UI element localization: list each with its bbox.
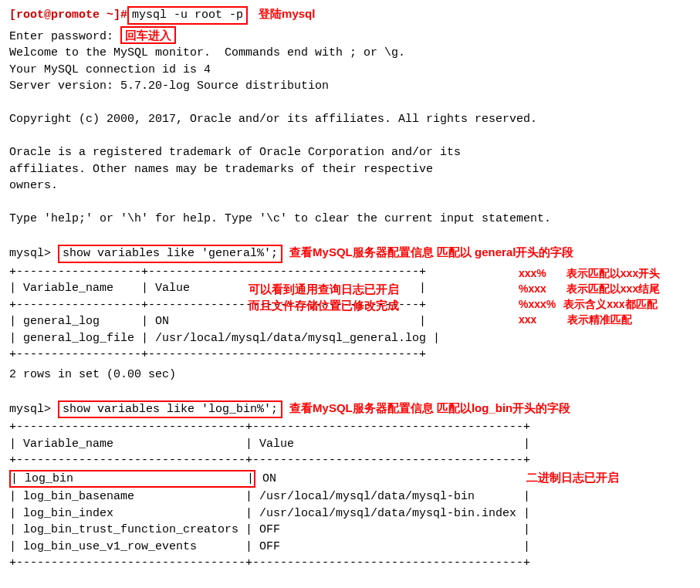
pattern-notes: xxx%表示匹配以xxx开头 %xxx表示匹配以xxx结尾 %xxx%表示含义x…: [519, 266, 660, 329]
welcome-3: Server version: 5.7.20-log Source distri…: [9, 79, 691, 94]
q2-row2: | log_bin_basename | /usr/local/mysql/da…: [9, 489, 691, 505]
cmd1-box: mysql -u root -p: [127, 6, 248, 25]
mysql-prompt-2: mysql>: [9, 403, 51, 416]
copyright: Copyright (c) 2000, 2017, Oracle and/or …: [9, 112, 691, 127]
query1-sql-box: show variables like 'general%';: [58, 245, 282, 263]
welcome-1: Welcome to the MySQL monitor. Commands e…: [9, 46, 691, 61]
pn4b: 表示精准匹配: [567, 313, 632, 326]
line-enter-password: Enter password: 回车进入: [9, 26, 691, 45]
query2-line: mysql> show variables like 'log_bin%'; 查…: [9, 400, 691, 419]
q1-sep-bot: +------------------+--------------------…: [9, 347, 691, 363]
oracle-2: affiliates. Other names may be trademark…: [9, 162, 691, 177]
q2-row4: | log_bin_trust_function_creators | OFF …: [9, 522, 691, 538]
query2-sql: show variables like 'log_bin%';: [63, 403, 278, 416]
q1-detail1: 可以看到通用查询日志已开启: [249, 282, 399, 297]
query2-anno: 查看MySQL服务器配置信息 匹配以log_bin开头的字段: [289, 401, 570, 414]
pn1b: 表示匹配以xxx开头: [566, 267, 660, 279]
cmd1-text: mysql -u root -p: [132, 8, 243, 22]
enter-password-text: Enter password:: [9, 30, 113, 43]
q2-sep-bot: +---------------------------------+-----…: [9, 556, 691, 571]
anno-login: 登陆mysql: [259, 7, 315, 20]
oracle-3: owners.: [9, 178, 691, 194]
q2-row3: | log_bin_index | /usr/local/mysql/data/…: [9, 506, 691, 522]
anno-enter-box: 回车进入: [120, 26, 176, 45]
q2-sep-mid: +---------------------------------+-----…: [9, 453, 691, 468]
pn2b: 表示匹配以xxx结尾: [566, 282, 660, 295]
q1-center-anno: 可以看到通用查询日志已开启 而且文件存储位置已修改完成: [249, 282, 399, 315]
q2-row1-cell2: ON: [255, 472, 526, 485]
help-line: Type 'help;' or '\h' for help. Type '\c'…: [9, 211, 691, 227]
pn3b: 表示含义xxx都匹配: [563, 298, 657, 310]
q2-row1-cell1-box: | log_bin |: [9, 470, 255, 488]
welcome-2: Your MySQL connection id is 4: [9, 63, 691, 78]
q2-anno-detail: 二进制日志已开启: [526, 471, 619, 484]
q2-row5: | log_bin_use_v1_row_events | OFF |: [9, 539, 691, 555]
query1-line: mysql> show variables like 'general%'; 查…: [9, 245, 691, 263]
q2-header: | Variable_name | Value |: [9, 437, 691, 452]
q2-row1: | log_bin | ON 二进制日志已开启: [9, 470, 691, 488]
query2-sql-box: show variables like 'log_bin%';: [58, 400, 282, 419]
query1-anno: 查看MySQL服务器配置信息 匹配以 general开头的字段: [289, 245, 573, 259]
pn2a: %xxx: [519, 282, 546, 295]
mysql-prompt-1: mysql>: [9, 247, 51, 260]
q1-footer: 2 rows in set (0.00 sec): [9, 367, 691, 383]
q2-row1-cell1: | log_bin |: [11, 472, 254, 485]
oracle-1: Oracle is a registered trademark of Orac…: [9, 145, 691, 161]
q1-row2: | general_log_file | /usr/local/mysql/da…: [9, 331, 691, 346]
query1-sql: show variables like 'general%';: [63, 247, 278, 260]
pn1a: xxx%: [519, 267, 546, 279]
q2-sep-top: +---------------------------------+-----…: [9, 420, 691, 435]
q1-detail2: 而且文件存储位置已修改完成: [249, 298, 399, 313]
line-prompt-1: [root@promote ~]#mysql -u root -p登陆mysql: [9, 6, 691, 25]
pn4a: xxx: [519, 313, 536, 326]
pn3a: %xxx%: [519, 298, 556, 310]
anno-enter-text: 回车进入: [125, 29, 171, 42]
shell-prompt: [root@promote ~]#: [9, 8, 127, 22]
